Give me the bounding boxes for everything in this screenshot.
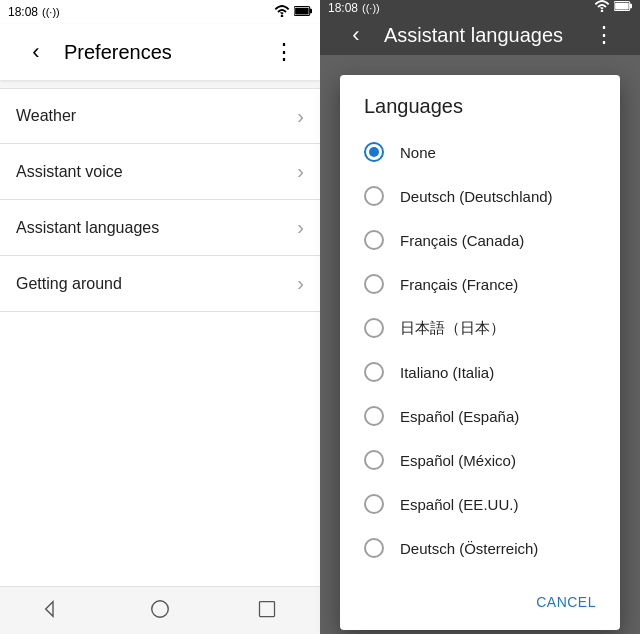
radio-espanol-mx	[364, 450, 384, 470]
radio-italiano	[364, 362, 384, 382]
assistant-languages-label: Assistant languages	[16, 219, 159, 237]
assistant-languages-arrow	[297, 216, 304, 239]
language-label-espanol-us: Español (EE.UU.)	[400, 496, 518, 513]
right-panel: 18:08 ((·)) Assistant languages Language…	[320, 0, 640, 634]
radio-francais-ca	[364, 230, 384, 250]
radio-deutsch-de	[364, 186, 384, 206]
radio-japanese	[364, 318, 384, 338]
nav-back-icon-left	[42, 598, 64, 624]
menu-item-getting-around[interactable]: Getting around	[0, 256, 320, 312]
svg-point-4	[152, 600, 169, 617]
language-option-francais-ca[interactable]: Français (Canada)	[340, 218, 620, 262]
languages-dialog: Languages None Deutsch (Deutschland)	[340, 75, 620, 630]
weather-arrow	[297, 105, 304, 128]
language-label-deutsch-at: Deutsch (Österreich)	[400, 540, 538, 557]
radio-inner-none	[369, 147, 379, 157]
language-option-espanol-mx[interactable]: Español (México)	[340, 438, 620, 482]
language-option-japanese[interactable]: 日本語（日本）	[340, 306, 620, 350]
time-right: 18:08	[328, 1, 358, 15]
radio-francais-fr	[364, 274, 384, 294]
more-icon-left	[273, 39, 296, 65]
cancel-button[interactable]: CANCEL	[524, 586, 608, 618]
assistant-languages-toolbar: Assistant languages	[320, 15, 640, 55]
preferences-title: Preferences	[64, 41, 264, 64]
language-label-espanol-mx: Español (México)	[400, 452, 516, 469]
signal-right: ((·))	[362, 2, 380, 14]
svg-rect-5	[259, 601, 274, 616]
language-option-francais-fr[interactable]: Français (France)	[340, 262, 620, 306]
dialog-title: Languages	[340, 75, 620, 130]
language-label-italiano: Italiano (Italia)	[400, 364, 494, 381]
radio-deutsch-at	[364, 538, 384, 558]
nav-bar-left	[0, 586, 320, 634]
getting-around-arrow	[297, 272, 304, 295]
back-icon-right	[352, 22, 359, 48]
assistant-voice-label: Assistant voice	[16, 163, 123, 181]
back-icon-left	[32, 39, 39, 65]
language-label-japanese: 日本語（日本）	[400, 319, 505, 338]
language-label-francais-fr: Français (France)	[400, 276, 518, 293]
radio-none	[364, 142, 384, 162]
menu-item-assistant-languages[interactable]: Assistant languages	[0, 200, 320, 256]
language-option-none[interactable]: None	[340, 130, 620, 174]
status-bar-left: 18:08 ((·))	[0, 0, 320, 24]
svg-rect-8	[615, 3, 629, 10]
language-option-espanol-us[interactable]: Español (EE.UU.)	[340, 482, 620, 526]
wifi-right	[594, 0, 610, 15]
back-button-right[interactable]	[336, 15, 376, 55]
battery-right	[614, 0, 632, 15]
dialog-actions: CANCEL	[340, 578, 620, 630]
left-panel: 18:08 ((·)) Preferences Weather Assistan…	[0, 0, 320, 634]
dialog-options-list: None Deutsch (Deutschland) Français (Can…	[340, 130, 620, 578]
language-option-italiano[interactable]: Italiano (Italia)	[340, 350, 620, 394]
language-label-espanol-es: Español (España)	[400, 408, 519, 425]
preferences-toolbar: Preferences	[0, 24, 320, 80]
signal-left: ((·))	[42, 6, 60, 18]
svg-rect-1	[310, 8, 312, 13]
nav-recents-icon-left	[257, 599, 277, 623]
more-icon-right	[593, 22, 616, 48]
language-label-deutsch-de: Deutsch (Deutschland)	[400, 188, 553, 205]
svg-rect-2	[295, 7, 309, 14]
battery-left	[294, 5, 312, 20]
time-left: 18:08	[8, 5, 38, 19]
language-option-deutsch-de[interactable]: Deutsch (Deutschland)	[340, 174, 620, 218]
more-button-right[interactable]	[584, 15, 624, 55]
nav-back-left[interactable]	[29, 587, 77, 635]
menu-item-assistant-voice[interactable]: Assistant voice	[0, 144, 320, 200]
radio-espanol-es	[364, 406, 384, 426]
status-bar-right: 18:08 ((·))	[320, 0, 640, 15]
svg-marker-3	[46, 601, 53, 616]
svg-rect-7	[630, 4, 632, 9]
preferences-menu: Weather Assistant voice Assistant langua…	[0, 88, 320, 586]
language-label-none: None	[400, 144, 436, 161]
assistant-voice-arrow	[297, 160, 304, 183]
radio-espanol-us	[364, 494, 384, 514]
wifi-left	[274, 5, 290, 20]
nav-recents-left[interactable]	[243, 587, 291, 635]
weather-label: Weather	[16, 107, 76, 125]
getting-around-label: Getting around	[16, 275, 122, 293]
back-button-left[interactable]	[16, 32, 56, 72]
language-option-espanol-es[interactable]: Español (España)	[340, 394, 620, 438]
nav-home-left[interactable]	[136, 587, 184, 635]
assistant-languages-title: Assistant languages	[384, 24, 584, 47]
menu-item-weather[interactable]: Weather	[0, 88, 320, 144]
nav-home-icon-left	[149, 598, 171, 624]
dialog-overlay: Languages None Deutsch (Deutschland)	[320, 55, 640, 634]
language-label-francais-ca: Français (Canada)	[400, 232, 524, 249]
language-option-deutsch-at[interactable]: Deutsch (Österreich)	[340, 526, 620, 570]
more-button-left[interactable]	[264, 32, 304, 72]
